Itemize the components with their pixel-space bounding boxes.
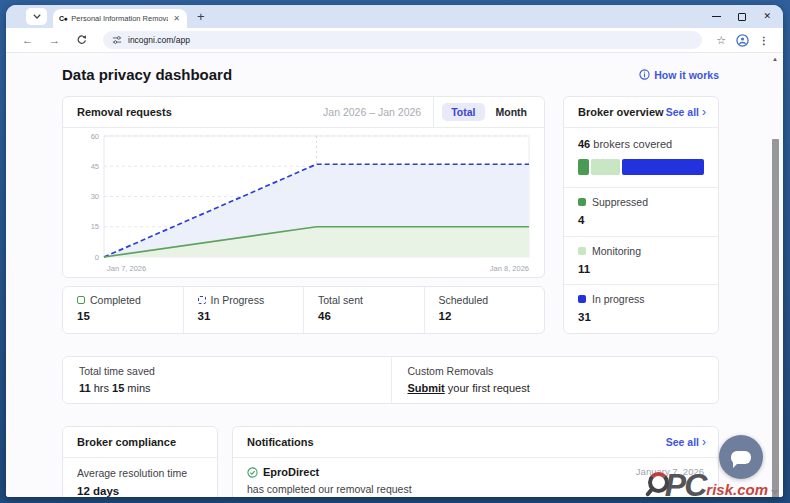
toggle-month[interactable]: Month <box>487 103 537 121</box>
url-text: incogni.com/app <box>128 35 190 45</box>
svg-text:0: 0 <box>95 253 99 262</box>
page-scrollbar[interactable]: ▲ <box>770 53 781 497</box>
bar-segment-monitoring <box>591 159 620 175</box>
chat-widget-button[interactable] <box>719 435 763 479</box>
profile-icon[interactable] <box>736 34 749 47</box>
tab-search-button[interactable] <box>26 8 47 25</box>
svg-text:Jan 7, 2026: Jan 7, 2026 <box>107 264 146 273</box>
back-icon[interactable]: ← <box>16 34 39 46</box>
chevron-right-icon: › <box>702 106 706 118</box>
notification-date: January 7, 2026 <box>636 466 704 495</box>
period-toggle: Total Month <box>433 97 544 127</box>
submit-link[interactable]: Submit <box>408 382 445 394</box>
window-controls: ✕ <box>712 12 771 21</box>
toolbar-right: ☆ ⋮ <box>712 34 773 47</box>
browser-window: C● Personal Information Removal S ✕ + ✕ … <box>6 5 783 497</box>
address-bar[interactable]: incogni.com/app <box>103 31 702 49</box>
chevron-down-icon <box>33 14 41 19</box>
tab-title: Personal Information Removal S <box>71 14 168 23</box>
removal-requests-title: Removal requests <box>63 106 172 118</box>
notifications-see-all-link[interactable]: See all› <box>666 436 718 448</box>
svg-text:30: 30 <box>91 192 99 201</box>
svg-text:Jan 8, 2026: Jan 8, 2026 <box>490 264 529 273</box>
brokers-covered-section: 46 brokers covered <box>564 128 718 188</box>
dashboard-page: Data privacy dashboard How it works Remo… <box>6 53 783 497</box>
stat-total-sent: Total sent 46 <box>303 287 424 333</box>
scrollbar-thumb[interactable] <box>772 139 779 497</box>
reload-icon[interactable] <box>70 34 93 47</box>
broker-stacked-bar <box>578 159 704 175</box>
in-progress-icon <box>198 296 206 304</box>
bar-segment-in-progress <box>622 159 704 175</box>
stat-scheduled: Scheduled 12 <box>424 287 545 333</box>
site-settings-icon <box>112 35 122 45</box>
notifications-title: Notifications <box>233 436 314 448</box>
bookmark-star-icon[interactable]: ☆ <box>716 34 726 47</box>
broker-overview-card: Broker overview See all› 46 brokers cove… <box>563 96 719 334</box>
svg-text:45: 45 <box>91 162 99 171</box>
removal-requests-card: Removal requests Jan 2026 – Jan 2026 Tot… <box>62 96 545 278</box>
legend-monitoring: Monitoring 11 <box>564 237 718 286</box>
broker-see-all-link[interactable]: See all› <box>666 106 718 118</box>
broker-compliance-title: Broker compliance <box>63 436 176 448</box>
browser-toolbar: ← → incogni.com/app ☆ ⋮ <box>6 28 783 53</box>
stat-in-progress: In Progress 31 <box>183 287 304 333</box>
in-progress-swatch-icon <box>578 295 586 303</box>
close-button[interactable]: ✕ <box>763 12 771 21</box>
chat-bubble-icon <box>731 451 751 464</box>
svg-text:15: 15 <box>91 222 99 231</box>
how-it-works-link[interactable]: How it works <box>639 69 719 81</box>
notifications-card: Notifications See all› EproDirect has co… <box>232 426 719 497</box>
stat-completed: Completed 15 <box>63 287 183 333</box>
desktop-background: C● Personal Information Removal S ✕ + ✕ … <box>0 0 790 503</box>
info-icon <box>639 69 650 80</box>
legend-suppressed: Suppressed 4 <box>564 188 718 237</box>
menu-dots-icon[interactable]: ⋮ <box>759 35 769 46</box>
page-title: Data privacy dashboard <box>62 66 232 83</box>
broker-overview-title: Broker overview <box>564 106 664 118</box>
notification-item[interactable]: EproDirect has completed our removal req… <box>233 458 718 495</box>
chevron-right-icon: › <box>702 436 706 448</box>
tab-close-icon[interactable]: ✕ <box>172 14 181 23</box>
incogni-favicon-icon: C● <box>59 15 67 22</box>
bar-segment-suppressed <box>578 159 589 175</box>
scroll-up-icon[interactable]: ▲ <box>772 56 778 62</box>
stats-card: Completed 15 In Progress 31 Total sent 4… <box>62 286 545 334</box>
suppressed-swatch-icon <box>578 198 586 206</box>
svg-text:60: 60 <box>91 132 99 141</box>
minimize-button[interactable] <box>712 16 721 17</box>
date-range: Jan 2026 – Jan 2026 <box>323 106 433 118</box>
total-time-saved: Total time saved 11 hrs 15 mins <box>63 357 391 403</box>
new-tab-button[interactable]: + <box>197 10 205 23</box>
check-circle-icon <box>247 467 258 478</box>
legend-in-progress: In progress 31 <box>564 285 718 333</box>
removal-requests-chart: 015304560Jan 7, 2026Jan 8, 2026 <box>63 128 544 282</box>
monitoring-swatch-icon <box>578 247 586 255</box>
page-header: Data privacy dashboard How it works <box>62 66 719 83</box>
browser-tab[interactable]: C● Personal Information Removal S ✕ <box>53 9 187 28</box>
tab-strip: C● Personal Information Removal S ✕ + ✕ <box>6 5 783 28</box>
toggle-total[interactable]: Total <box>442 103 484 121</box>
maximize-button[interactable] <box>738 13 746 21</box>
forward-icon[interactable]: → <box>43 34 66 46</box>
completed-icon <box>77 296 85 304</box>
custom-removals: Custom Removals Submit your first reques… <box>391 357 719 403</box>
area-chart: 015304560Jan 7, 2026Jan 8, 2026 <box>77 129 532 277</box>
broker-compliance-card: Broker compliance Average resolution tim… <box>62 426 218 497</box>
summary-card: Total time saved 11 hrs 15 mins Custom R… <box>62 356 719 404</box>
